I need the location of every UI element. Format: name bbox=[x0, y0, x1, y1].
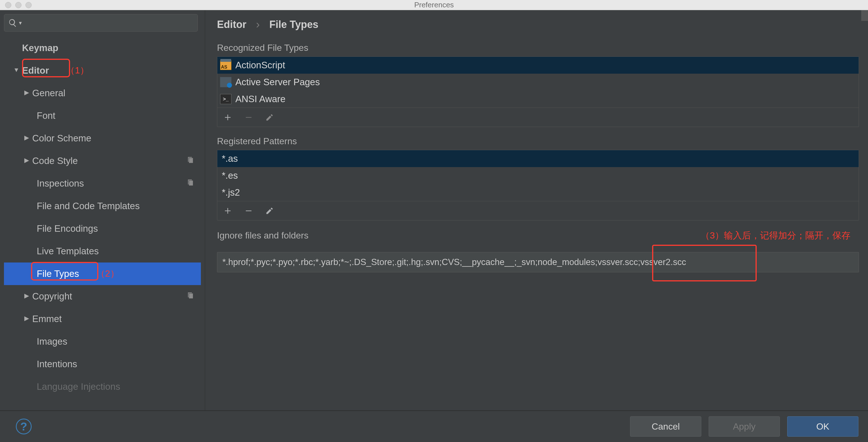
scheme-copy-icon bbox=[186, 291, 195, 302]
pattern-label: *.as bbox=[222, 153, 238, 164]
sidebar-item-label: Inspections bbox=[37, 178, 84, 189]
titlebar: Preferences bbox=[0, 0, 868, 10]
ok-button[interactable]: OK bbox=[787, 416, 858, 437]
sidebar-item-language-injections[interactable]: Language Injections bbox=[4, 375, 201, 398]
chevron-right-icon[interactable]: ▶ bbox=[21, 315, 32, 322]
scheme-copy-icon bbox=[186, 156, 195, 166]
sidebar-item-label: File Encodings bbox=[37, 223, 98, 234]
pattern-row[interactable]: *.es bbox=[217, 167, 859, 184]
sidebar-item-label: Intentions bbox=[37, 359, 77, 370]
sidebar-item-label: Code Style bbox=[32, 156, 78, 166]
annotation-2: （2） bbox=[96, 268, 119, 280]
edit-file-type-button[interactable] bbox=[265, 113, 274, 122]
sidebar-item-intentions[interactable]: Intentions bbox=[4, 353, 201, 375]
annotation-1: （1） bbox=[66, 64, 89, 77]
window-controls bbox=[5, 2, 32, 8]
button-label: Cancel bbox=[652, 421, 680, 432]
search-icon bbox=[8, 18, 17, 27]
chevron-right-icon[interactable]: ▶ bbox=[21, 293, 32, 300]
file-type-label: ActionScript bbox=[236, 60, 285, 71]
settings-tree: Keymap ▼ Editor （1） ▶ General Font ▶ Col… bbox=[4, 37, 201, 410]
section-ignore-title: Ignore files and folders bbox=[217, 230, 309, 241]
sidebar-item-label: Images bbox=[37, 336, 67, 347]
sidebar-item-label: File Types bbox=[37, 268, 79, 279]
file-type-label: ANSI Aware bbox=[236, 94, 285, 104]
pattern-label: *.js2 bbox=[222, 187, 240, 198]
cancel-button[interactable]: Cancel bbox=[630, 416, 701, 437]
sidebar-item-file-encodings[interactable]: File Encodings bbox=[4, 217, 201, 240]
sidebar-item-label: File and Code Templates bbox=[37, 201, 140, 211]
breadcrumb-separator-icon: › bbox=[256, 18, 260, 31]
edit-pattern-button[interactable] bbox=[265, 206, 274, 216]
preferences-sidebar: ▾ Keymap ▼ Editor （1） ▶ General Font bbox=[0, 10, 205, 410]
sidebar-item-code-style[interactable]: ▶ Code Style bbox=[4, 149, 201, 172]
sidebar-item-label: Live Templates bbox=[37, 246, 99, 257]
sidebar-item-label: Copyright bbox=[32, 291, 72, 302]
scheme-copy-icon bbox=[186, 178, 195, 189]
section-patterns-title: Registered Patterns bbox=[217, 136, 859, 146]
pattern-label: *.es bbox=[222, 170, 238, 181]
sidebar-item-file-code-templates[interactable]: File and Code Templates bbox=[4, 195, 201, 217]
search-options-caret-icon[interactable]: ▾ bbox=[19, 20, 22, 26]
button-label: Apply bbox=[733, 421, 755, 432]
ansi-file-icon: >_ bbox=[220, 93, 232, 105]
sidebar-item-font[interactable]: Font bbox=[4, 104, 201, 127]
patterns-toolbar bbox=[217, 201, 859, 220]
sidebar-item-label: Font bbox=[37, 110, 55, 121]
file-types-toolbar bbox=[217, 107, 859, 127]
sidebar-item-live-templates[interactable]: Live Templates bbox=[4, 240, 201, 263]
add-pattern-button[interactable] bbox=[223, 206, 232, 216]
file-type-row[interactable]: ActionScript bbox=[217, 57, 859, 74]
chevron-right-icon[interactable]: ▶ bbox=[21, 157, 32, 165]
chevron-right-icon[interactable]: ▶ bbox=[21, 90, 32, 97]
breadcrumb: Editor › File Types bbox=[217, 18, 859, 31]
sidebar-item-keymap[interactable]: Keymap bbox=[4, 37, 201, 59]
vertical-scrollbar[interactable] bbox=[861, 10, 868, 21]
breadcrumb-file-types: File Types bbox=[269, 19, 318, 31]
chevron-right-icon[interactable]: ▶ bbox=[21, 135, 32, 142]
sidebar-item-label: General bbox=[32, 88, 65, 99]
help-button[interactable]: ? bbox=[16, 418, 32, 434]
remove-file-type-button[interactable] bbox=[244, 113, 253, 122]
sidebar-item-editor[interactable]: ▼ Editor （1） bbox=[4, 59, 201, 82]
sidebar-item-file-types[interactable]: File Types （2） bbox=[4, 263, 201, 285]
sidebar-item-label: Keymap bbox=[22, 43, 58, 53]
sidebar-item-label: Color Scheme bbox=[32, 133, 91, 144]
file-type-label: Active Server Pages bbox=[236, 77, 320, 88]
maximize-window-button[interactable] bbox=[25, 2, 32, 8]
chevron-down-icon[interactable]: ▼ bbox=[11, 67, 22, 74]
recognized-file-types-list[interactable]: ActionScript Active Server Pages >_ ANSI… bbox=[217, 57, 859, 127]
annotation-3: （3）输入后，记得加分；隔开，保存 bbox=[701, 230, 859, 242]
file-type-row[interactable]: Active Server Pages bbox=[217, 74, 859, 91]
search-input[interactable] bbox=[24, 18, 193, 27]
actionscript-file-icon bbox=[220, 59, 232, 71]
sidebar-item-color-scheme[interactable]: ▶ Color Scheme bbox=[4, 127, 201, 149]
close-window-button[interactable] bbox=[5, 2, 11, 8]
sidebar-item-label: Language Injections bbox=[37, 381, 120, 392]
button-label: OK bbox=[816, 421, 829, 432]
add-file-type-button[interactable] bbox=[223, 113, 232, 122]
pattern-row[interactable]: *.as bbox=[217, 150, 859, 167]
pattern-row[interactable]: *.js2 bbox=[217, 184, 859, 201]
remove-pattern-button[interactable] bbox=[244, 206, 253, 216]
sidebar-search[interactable]: ▾ bbox=[4, 14, 198, 32]
section-recognized-title: Recognized File Types bbox=[217, 43, 859, 53]
asp-file-icon bbox=[220, 76, 232, 88]
file-type-row[interactable]: >_ ANSI Aware bbox=[217, 91, 859, 107]
sidebar-item-label: Emmet bbox=[32, 314, 62, 324]
sidebar-item-inspections[interactable]: Inspections bbox=[4, 172, 201, 195]
apply-button[interactable]: Apply bbox=[709, 416, 780, 437]
sidebar-item-label: Editor bbox=[22, 65, 49, 76]
registered-patterns-list[interactable]: *.as *.es *.js2 bbox=[217, 150, 859, 220]
breadcrumb-editor[interactable]: Editor bbox=[217, 19, 246, 31]
sidebar-item-general[interactable]: ▶ General bbox=[4, 82, 201, 104]
sidebar-item-emmet[interactable]: ▶ Emmet bbox=[4, 308, 201, 330]
preferences-main: Editor › File Types Recognized File Type… bbox=[205, 10, 868, 410]
dialog-footer: ? Cancel Apply OK bbox=[0, 410, 868, 442]
window-title: Preferences bbox=[0, 1, 868, 9]
sidebar-item-images[interactable]: Images bbox=[4, 330, 201, 353]
ignore-files-input[interactable] bbox=[217, 252, 859, 272]
sidebar-item-copyright[interactable]: ▶ Copyright bbox=[4, 285, 201, 308]
minimize-window-button[interactable] bbox=[15, 2, 22, 8]
